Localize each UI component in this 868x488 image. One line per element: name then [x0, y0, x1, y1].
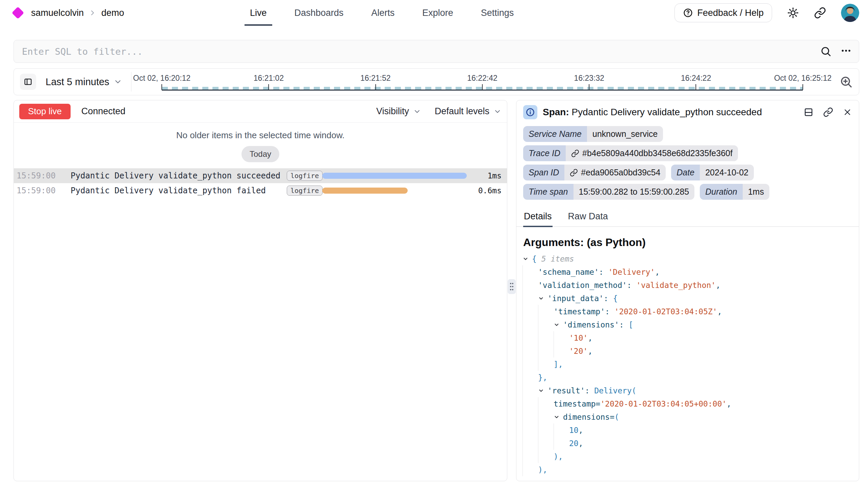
- panel-resize-handle[interactable]: [508, 279, 516, 294]
- default-levels-dropdown[interactable]: Default levels: [435, 106, 502, 117]
- default-levels-label: Default levels: [435, 106, 489, 117]
- connection-status: Connected: [81, 106, 126, 117]
- collapse-arrow-icon[interactable]: [522, 256, 532, 262]
- indent-guide: [522, 437, 538, 450]
- span-title-text: Pydantic Delivery validate_python succee…: [572, 107, 762, 117]
- log-row[interactable]: 15:59:00Pydantic Delivery validate_pytho…: [14, 183, 507, 198]
- indent-guide: [538, 305, 554, 318]
- logfire-logo-icon[interactable]: [12, 7, 24, 19]
- collapse-arrow-icon[interactable]: [538, 295, 547, 301]
- share-link-button[interactable]: [814, 7, 826, 19]
- code-token: 'Delivery': [608, 268, 655, 276]
- collapse-arrow-icon[interactable]: [554, 414, 563, 420]
- log-message: Pydantic Delivery validate_python failed: [71, 186, 287, 195]
- timeline[interactable]: Oct 02, 16:20:1216:21:0216:21:5216:22:42…: [135, 69, 833, 95]
- indent-guide: [538, 423, 554, 437]
- chevron-right-icon: [88, 9, 97, 17]
- sql-filter-input[interactable]: [14, 40, 859, 63]
- meta-badge-value-text: #eda9065a0bd39c54: [581, 168, 660, 177]
- link-icon[interactable]: [571, 149, 579, 157]
- sidebar-toggle-button[interactable]: [20, 74, 36, 90]
- span-detail-actions: [803, 107, 852, 117]
- timeline-zoom-in-button[interactable]: [839, 75, 853, 89]
- page: samuelcolvin demo LiveDashboardsAlertsEx…: [0, 0, 868, 488]
- search-icon[interactable]: [820, 46, 832, 57]
- timeline-tick-label: 16:23:32: [574, 74, 605, 83]
- nav-tab-live[interactable]: Live: [250, 0, 267, 26]
- time-range-selector[interactable]: Last 5 minutes: [46, 76, 109, 88]
- today-badge[interactable]: Today: [241, 146, 279, 162]
- code-token: [: [629, 320, 633, 329]
- meta-badge-span-id: Span ID#eda9065a0bd39c54: [523, 165, 666, 180]
- meta-badge-trace-id: Trace ID#b4e5809a440dbb3458e68d2335fe360…: [523, 145, 738, 161]
- code-line: dimensions=(: [522, 410, 859, 423]
- panel-gap: [507, 100, 516, 481]
- dock-panel-icon[interactable]: [803, 107, 814, 117]
- meta-badge-duration: Duration1ms: [700, 184, 769, 200]
- indent-guide: [538, 358, 554, 371]
- collapse-arrow-icon[interactable]: [554, 322, 563, 328]
- theme-toggle-button[interactable]: [787, 7, 799, 19]
- meta-badge-value-text: unknown_service: [592, 129, 658, 139]
- meta-badge-value: 15:59:00.282 to 15:59:00.285: [573, 184, 695, 200]
- meta-badge-value: #b4e5809a440dbb3458e68d2335fe360f: [566, 145, 738, 161]
- indent-guide: [522, 423, 538, 437]
- code-line: '10',: [522, 331, 859, 344]
- visibility-label: Visibility: [376, 106, 409, 117]
- scope-badge: logfire: [287, 186, 323, 196]
- code-token: '20': [569, 347, 588, 356]
- nav-right: Feedback / Help: [674, 3, 859, 22]
- code-line: 'dimensions': [: [522, 318, 859, 331]
- more-options-icon[interactable]: [840, 45, 852, 58]
- timeline-tick-mark: [161, 84, 162, 90]
- code-token: ),: [538, 465, 547, 474]
- visibility-dropdown[interactable]: Visibility: [376, 106, 421, 117]
- link-icon[interactable]: [570, 169, 578, 177]
- nav-tab-dashboards[interactable]: Dashboards: [295, 0, 344, 26]
- meta-badge-value-text: #b4e5809a440dbb3458e68d2335fe360f: [582, 148, 733, 158]
- code-token: {: [613, 294, 618, 303]
- collapse-arrow-icon[interactable]: [538, 388, 547, 394]
- code-token: timestamp=: [554, 399, 600, 408]
- nav-tab-settings[interactable]: Settings: [481, 0, 514, 26]
- breadcrumb-org[interactable]: samuelcolvin: [31, 8, 84, 18]
- breadcrumb-project[interactable]: demo: [101, 8, 124, 18]
- code-line: },: [522, 371, 859, 384]
- live-feed-panel: Stop live Connected Visibility Default l…: [14, 100, 507, 481]
- sidebar-toggle-icon: [23, 77, 33, 87]
- arguments-heading: Arguments: (as Python): [523, 236, 852, 249]
- link-icon[interactable]: [823, 107, 833, 117]
- indent-guide: [522, 384, 538, 397]
- meta-row: Time span15:59:00.282 to 15:59:00.285Dur…: [523, 184, 852, 200]
- timeline-tick-label: 16:24:22: [681, 74, 711, 83]
- code-token: ,: [579, 426, 583, 435]
- code-token: ,: [716, 281, 720, 290]
- code-token: 'schema_name': [538, 268, 599, 276]
- tab-details[interactable]: Details: [523, 208, 553, 226]
- main-content: Stop live Connected Visibility Default l…: [14, 100, 859, 481]
- duration-bar: [322, 188, 408, 194]
- code-line: 'input_data': {: [522, 292, 859, 305]
- nav-tab-explore[interactable]: Explore: [422, 0, 453, 26]
- code-line: { 5 items: [522, 252, 859, 265]
- close-icon[interactable]: [843, 107, 852, 117]
- span-title: Span: Pydantic Delivery validate_python …: [543, 107, 762, 118]
- timeline-tick-label: 16:21:02: [254, 74, 284, 83]
- timeline-tick: 16:21:02: [254, 74, 284, 90]
- log-row[interactable]: 15:59:00Pydantic Delivery validate_pytho…: [14, 168, 507, 183]
- meta-badge-label: Duration: [700, 184, 743, 200]
- code-token: {: [532, 254, 537, 263]
- code-token: dimensions=: [563, 413, 614, 421]
- indent-guide: [538, 450, 554, 463]
- meta-badge-value-text: 2024-10-02: [705, 168, 748, 177]
- code-token: ),: [554, 452, 563, 461]
- code-token: :: [627, 281, 636, 290]
- indent-guide: [522, 450, 538, 463]
- tab-raw-data[interactable]: Raw Data: [567, 208, 609, 226]
- stop-live-button[interactable]: Stop live: [19, 104, 71, 119]
- code-token: '2020-01-02T03:04:05+00:00': [600, 399, 726, 408]
- nav-tab-alerts[interactable]: Alerts: [371, 0, 394, 26]
- user-avatar[interactable]: [841, 4, 859, 22]
- duration-bar: [322, 173, 467, 179]
- feedback-help-button[interactable]: Feedback / Help: [674, 3, 772, 22]
